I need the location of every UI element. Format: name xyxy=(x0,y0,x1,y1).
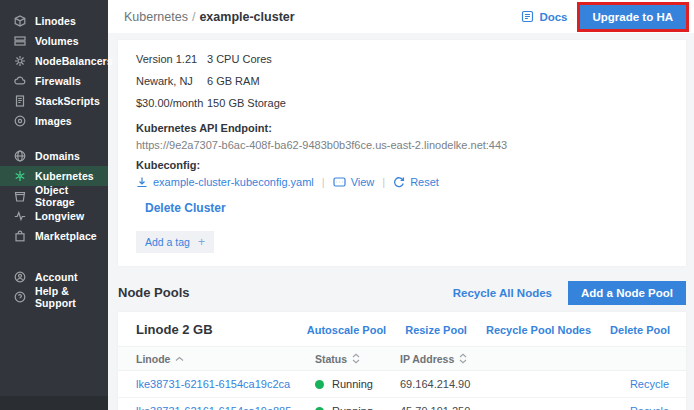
pool-name: Linode 2 GB xyxy=(136,322,213,337)
node-ip: 45.79.191.250 xyxy=(400,405,470,410)
delete-cluster-button[interactable]: Delete Cluster xyxy=(145,201,226,215)
sidebar-item-images[interactable]: Images xyxy=(0,111,108,131)
volumes-icon xyxy=(13,35,26,48)
sidebar-item-stackscripts[interactable]: StackScripts xyxy=(0,91,108,111)
kubeconfig-view-link[interactable]: View xyxy=(333,176,375,188)
api-endpoint-url: https://9e2a7307-b6ac-408f-ba62-9483b0b3… xyxy=(136,139,670,151)
spec-row: Version 1.21 3 CPU Cores xyxy=(136,48,670,70)
cluster-summary-card: Version 1.21 3 CPU Cores Newark, NJ 6 GB… xyxy=(118,40,686,266)
recycle-node-link[interactable]: Recycle xyxy=(630,378,669,390)
sidebar-item-label: Firewalls xyxy=(35,75,81,87)
status-badge: Running xyxy=(315,378,400,390)
sidebar-item-label: Images xyxy=(35,115,72,127)
sidebar-item-longview[interactable]: Longview xyxy=(0,206,108,226)
sidebar-item-firewalls[interactable]: Firewalls xyxy=(0,71,108,91)
spec-row: Newark, NJ 6 GB RAM xyxy=(136,70,670,92)
cluster-version: Version 1.21 xyxy=(136,48,207,70)
sidebar-item-kubernetes[interactable]: Kubernetes xyxy=(0,166,108,186)
content: Version 1.21 3 CPU Cores Newark, NJ 6 GB… xyxy=(108,33,694,410)
status-badge: Running xyxy=(315,405,400,410)
view-icon xyxy=(333,176,346,188)
sidebar-item-label: NodeBalancers xyxy=(35,55,113,67)
node-pool-card: Linode 2 GB Autoscale Pool Resize Pool R… xyxy=(118,312,686,410)
api-endpoint-label: Kubernetes API Endpoint: xyxy=(136,122,670,134)
sidebar-item-label: Help & Support xyxy=(35,285,108,309)
docs-link[interactable]: Docs xyxy=(521,10,567,23)
upgrade-to-ha-button[interactable]: Upgrade to HA xyxy=(580,5,687,29)
node-pools-header: Node Pools Recycle All Nodes Add a Node … xyxy=(118,276,686,309)
sidebar-item-label: Linodes xyxy=(35,15,76,27)
pool-head: Linode 2 GB Autoscale Pool Resize Pool R… xyxy=(118,312,686,346)
spec-row: $30.00/month 150 GB Storage xyxy=(136,92,670,114)
pool-actions: Autoscale Pool Resize Pool Recycle Pool … xyxy=(307,324,670,336)
view-label: View xyxy=(351,176,375,188)
question-icon xyxy=(13,291,26,304)
plus-icon: + xyxy=(198,237,205,247)
bucket-icon xyxy=(13,190,26,203)
column-header-status[interactable]: Status xyxy=(315,353,400,365)
recycle-pool-nodes-link[interactable]: Recycle Pool Nodes xyxy=(486,324,591,336)
separator: | xyxy=(322,176,325,188)
kubeconfig-download-link[interactable]: example-cluster-kubeconfig.yaml xyxy=(136,176,314,188)
kubeconfig-reset-link[interactable]: Reset xyxy=(393,176,439,188)
sidebar-item-linodes[interactable]: Linodes xyxy=(0,11,108,31)
breadcrumb: Kubernetes/example-cluster xyxy=(124,10,295,24)
app-window: Linodes Volumes NodeBalancers Firewalls xyxy=(0,0,694,410)
sidebar-item-marketplace[interactable]: Marketplace xyxy=(0,226,108,246)
breadcrumb-separator: / xyxy=(192,10,195,24)
nodes-table: Linode Status xyxy=(118,346,686,410)
pulse-icon xyxy=(13,210,26,223)
add-tag-button[interactable]: Add a tag + xyxy=(136,231,214,253)
nodebalancer-icon xyxy=(13,55,26,68)
sidebar-item-account[interactable]: Account xyxy=(0,267,108,287)
cluster-price: $30.00/month xyxy=(136,92,207,114)
sidebar-item-volumes[interactable]: Volumes xyxy=(0,31,108,51)
sidebar-item-label: Marketplace xyxy=(35,230,97,242)
sidebar-item-domains[interactable]: Domains xyxy=(0,146,108,166)
breadcrumb-parent[interactable]: Kubernetes xyxy=(124,10,188,24)
node-pools-title: Node Pools xyxy=(118,285,190,300)
sidebar-item-object-storage[interactable]: Object Storage xyxy=(0,186,108,206)
main-area: Kubernetes/example-cluster Docs Upgrade … xyxy=(108,0,694,410)
recycle-all-nodes-link[interactable]: Recycle All Nodes xyxy=(453,287,552,299)
sidebar-item-label: Kubernetes xyxy=(35,170,94,182)
column-header-linode[interactable]: Linode xyxy=(136,353,315,365)
sidebar-item-nodebalancers[interactable]: NodeBalancers xyxy=(0,51,108,71)
node-link[interactable]: lke38731-62161-6154ca19e885 xyxy=(136,405,291,410)
sidebar-item-label: StackScripts xyxy=(35,95,100,107)
sidebar-item-label: Volumes xyxy=(35,35,79,47)
download-icon xyxy=(136,176,148,188)
sidebar-item-label: Longview xyxy=(35,210,84,222)
sort-both-icon xyxy=(352,353,360,364)
separator: | xyxy=(382,176,385,188)
node-ip: 69.164.214.90 xyxy=(400,378,470,390)
resize-pool-link[interactable]: Resize Pool xyxy=(405,324,467,336)
sidebar: Linodes Volumes NodeBalancers Firewalls xyxy=(0,0,108,410)
kubernetes-icon xyxy=(13,170,26,183)
sidebar-item-label: Account xyxy=(35,271,78,283)
add-node-pool-button[interactable]: Add a Node Pool xyxy=(568,281,686,305)
kubeconfig-file-label: example-cluster-kubeconfig.yaml xyxy=(153,176,314,188)
sidebar-item-label: Domains xyxy=(35,150,80,162)
autoscale-pool-link[interactable]: Autoscale Pool xyxy=(307,324,386,336)
delete-pool-link[interactable]: Delete Pool xyxy=(610,324,670,336)
images-icon xyxy=(13,115,26,128)
sort-both-icon xyxy=(459,353,467,364)
node-pools-actions: Recycle All Nodes Add a Node Pool xyxy=(453,281,686,305)
add-tag-label: Add a tag xyxy=(145,236,190,248)
stackscripts-icon xyxy=(13,95,26,108)
breadcrumb-current: example-cluster xyxy=(199,10,294,24)
sidebar-item-help-support[interactable]: Help & Support xyxy=(0,287,108,307)
linode-icon xyxy=(13,15,26,28)
cluster-cpu: 3 CPU Cores xyxy=(207,48,272,70)
table-header-row: Linode Status xyxy=(118,347,686,371)
node-link[interactable]: lke38731-62161-6154ca19c2ca xyxy=(136,378,290,390)
top-bar: Kubernetes/example-cluster Docs Upgrade … xyxy=(108,0,694,33)
recycle-node-link[interactable]: Recycle xyxy=(630,405,669,410)
cluster-region: Newark, NJ xyxy=(136,70,207,92)
sidebar-footer xyxy=(0,396,108,410)
status-dot-icon xyxy=(315,380,324,389)
column-header-ip[interactable]: IP Address xyxy=(400,353,626,365)
kubeconfig-label: Kubeconfig: xyxy=(136,159,670,171)
firewall-icon xyxy=(13,75,26,88)
